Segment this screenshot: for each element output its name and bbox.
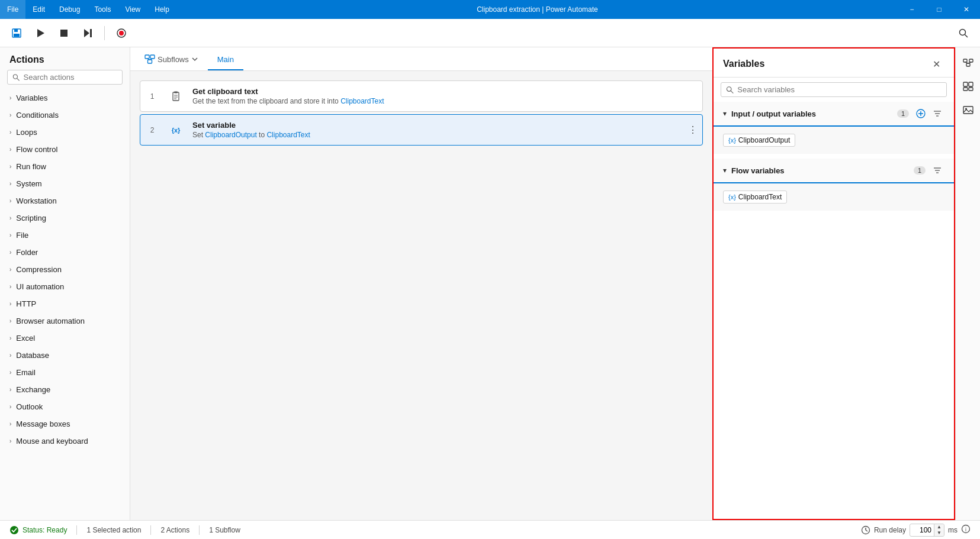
sidebar-item-exchange[interactable]: › Exchange (0, 381, 130, 398)
svg-line-12 (17, 78, 20, 80)
variable-chip-clipboard-output[interactable]: {x} ClipboardOutput (723, 134, 795, 147)
search-canvas-button[interactable] (954, 24, 973, 43)
status-bar: Status: Ready 1 Selected action 2 Action… (0, 520, 980, 539)
run-delay-unit: ms (948, 526, 957, 534)
sidebar-item-message-boxes[interactable]: › Message boxes (0, 415, 130, 433)
clipboard-text-var-link[interactable]: ClipboardText (340, 97, 384, 105)
run-delay-increment[interactable]: ▲ (934, 524, 944, 530)
sidebar-item-conditionals[interactable]: › Conditionals (0, 106, 130, 124)
status-separator-3 (199, 525, 200, 535)
run-delay-info-icon[interactable]: i (961, 524, 971, 535)
run-delay-label: Run delay (874, 526, 906, 534)
tab-main[interactable]: Main (208, 49, 243, 70)
menu-bar: File Edit Debug Tools View Help (0, 0, 176, 19)
title-bar: File Edit Debug Tools View Help Clipboar… (0, 0, 980, 19)
action-title-2: Set variable (192, 121, 679, 130)
search-actions-input[interactable] (24, 73, 117, 82)
sidebar-item-run-flow[interactable]: › Run flow (0, 158, 130, 175)
sidebar-item-excel[interactable]: › Excel (0, 330, 130, 347)
chevron-right-icon: › (9, 352, 11, 359)
minimize-button[interactable]: − (898, 0, 926, 19)
run-delay-decrement[interactable]: ▼ (934, 530, 944, 536)
subflows-label: Subflows (158, 55, 189, 64)
action-block-2[interactable]: 2 {x} Set variable Set ClipboardOutput t… (140, 114, 703, 146)
canvas-content: 1 Get clipboard text Get the text from t… (130, 71, 712, 520)
save-button[interactable] (7, 24, 26, 43)
status-separator-2 (150, 525, 151, 535)
chevron-right-icon: › (9, 95, 11, 101)
sidebar-item-outlook[interactable]: › Outlook (0, 398, 130, 415)
clipboard-text-var-link-2[interactable]: ClipboardText (266, 131, 310, 139)
image-icon[interactable] (957, 99, 979, 121)
clipboard-output-var-link[interactable]: ClipboardOutput (205, 131, 256, 139)
chevron-right-icon: › (9, 318, 11, 324)
stop-button[interactable] (54, 24, 73, 43)
sidebar-item-database[interactable]: › Database (0, 347, 130, 364)
action-number-2: 2 (140, 115, 164, 145)
sidebar-item-compression[interactable]: › Compression (0, 261, 130, 278)
chevron-right-icon: › (9, 198, 11, 204)
sidebar-item-folder[interactable]: › Folder (0, 244, 130, 261)
selected-actions-count: 1 Selected action (86, 526, 141, 534)
status-text: Status: Ready (23, 526, 67, 534)
menu-debug[interactable]: Debug (52, 0, 87, 19)
action-icon-variable: {x} (164, 115, 188, 145)
menu-tools[interactable]: Tools (87, 0, 118, 19)
search-variables-input[interactable] (737, 85, 942, 94)
run-delay-value[interactable] (910, 525, 934, 535)
menu-file[interactable]: File (0, 0, 25, 19)
sidebar-item-flow-control[interactable]: › Flow control (0, 141, 130, 158)
input-output-section-header[interactable]: ▾ Input / output variables 1 (714, 102, 954, 127)
svg-rect-14 (150, 55, 155, 59)
filter-flow-variables-button[interactable] (930, 163, 944, 177)
menu-view[interactable]: View (118, 0, 147, 19)
action-context-menu-button[interactable]: ⋮ (683, 115, 702, 145)
chevron-down-icon (191, 56, 198, 63)
run-delay-spinners: ▲ ▼ (934, 524, 944, 536)
run-button[interactable] (31, 24, 50, 43)
svg-rect-4 (60, 30, 68, 37)
action-block-1[interactable]: 1 Get clipboard text Get the text from t… (140, 80, 703, 112)
chevron-right-icon: › (9, 180, 11, 187)
sidebar-item-variables[interactable]: › Variables (0, 89, 130, 106)
tab-subflows[interactable]: Subflows (137, 49, 205, 70)
svg-rect-35 (969, 59, 973, 62)
svg-rect-2 (14, 34, 20, 37)
toolbar (0, 19, 980, 47)
flow-section-header[interactable]: ▾ Flow variables 1 (714, 159, 954, 183)
variables-close-button[interactable]: ✕ (928, 56, 944, 72)
variable-icon: {x} (728, 137, 736, 144)
sidebar-item-email[interactable]: › Email (0, 364, 130, 381)
svg-rect-1 (14, 29, 18, 32)
variables-toggle-icon[interactable] (957, 52, 979, 73)
actions-search-box[interactable] (7, 70, 123, 85)
sidebar-item-file[interactable]: › File (0, 227, 130, 244)
menu-edit[interactable]: Edit (25, 0, 52, 19)
variable-chip-clipboard-text[interactable]: {x} ClipboardText (723, 191, 787, 204)
sidebar-item-browser-automation[interactable]: › Browser automation (0, 312, 130, 330)
sidebar-item-http[interactable]: › HTTP (0, 295, 130, 312)
main-layout: Actions › Variables › Conditionals › Loo… (0, 47, 980, 520)
sidebar-item-workstation[interactable]: › Workstation (0, 192, 130, 209)
add-variable-button[interactable] (914, 106, 928, 121)
sidebar-item-loops[interactable]: › Loops (0, 124, 130, 141)
menu-help[interactable]: Help (147, 0, 176, 19)
chevron-right-icon: › (9, 215, 11, 221)
maximize-button[interactable]: □ (926, 0, 953, 19)
variables-search-box[interactable] (721, 82, 947, 97)
assets-icon[interactable] (957, 76, 979, 97)
action-content-1: Get clipboard text Get the text from the… (188, 81, 702, 111)
svg-point-45 (10, 526, 18, 534)
sidebar-item-mouse-keyboard[interactable]: › Mouse and keyboard (0, 433, 130, 450)
record-button[interactable] (112, 24, 131, 43)
filter-variables-button[interactable] (930, 106, 944, 121)
close-button[interactable]: ✕ (953, 0, 980, 19)
svg-rect-42 (969, 88, 973, 91)
sidebar-item-scripting[interactable]: › Scripting (0, 209, 130, 227)
sidebar-item-ui-automation[interactable]: › UI automation (0, 278, 130, 295)
step-button[interactable] (78, 24, 97, 43)
input-output-variables-section: ▾ Input / output variables 1 (714, 102, 954, 154)
canvas-area: Subflows Main 1 (130, 47, 712, 520)
sidebar-item-system[interactable]: › System (0, 175, 130, 192)
action-title-1: Get clipboard text (192, 87, 698, 96)
